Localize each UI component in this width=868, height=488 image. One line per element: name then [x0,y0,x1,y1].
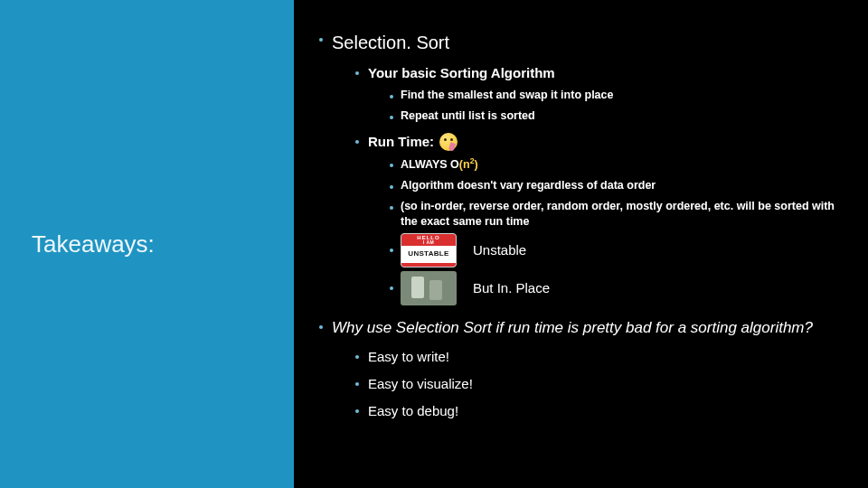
bullet-runtime: Run Time: [355,133,850,151]
on2-prefix: ALWAYS O [401,158,459,171]
bullet-easy-visualize: Easy to visualize! [355,375,850,393]
bullet-no-vary: Algorithm doesn't vary regardless of dat… [390,178,850,193]
text-repeat: Repeat until list is sorted [401,108,535,124]
text-easy-visualize: Easy to visualize! [368,375,473,393]
bullet-repeat: Repeat until list is sorted [390,108,850,124]
sick-face-icon [439,133,458,151]
bullet-icon [355,71,359,75]
text-runtime: Run Time: [368,133,434,151]
bullet-icon [355,409,359,413]
bullet-icon [390,95,393,99]
text-always-on2: ALWAYS O(n2) [401,156,478,173]
bullet-inplace: But In. Place [390,271,850,305]
bullet-always-on2: ALWAYS O(n2) [390,156,850,173]
slide: Takeaways: Selection. Sort Your basic So… [0,0,868,488]
bullet-icon [355,140,359,144]
on2-highlight: (n2) [459,158,478,171]
bullet-why-use: Why use Selection Sort if run time is pr… [319,318,850,339]
sidebar: Takeaways: [0,0,294,488]
hello-unstable-sticker: HELLOI AM UNSTABLE [401,233,457,267]
label-unstable: Unstable [473,241,526,259]
bullet-same-runtime: (so in-order, reverse order, random orde… [390,199,850,230]
bullet-icon [390,164,393,167]
bullet-icon [355,382,359,386]
bullet-icon [355,355,359,359]
bullet-icon [390,249,393,252]
bullet-icon [319,325,323,329]
bullet-icon [390,185,393,189]
text-no-vary: Algorithm doesn't vary regardless of dat… [401,178,656,193]
inplace-image [401,271,457,305]
text-easy-debug: Easy to debug! [368,402,458,420]
bullet-unstable: HELLOI AM UNSTABLE Unstable [390,233,850,267]
bullet-easy-write: Easy to write! [355,348,850,366]
heading-why-use: Why use Selection Sort if run time is pr… [332,318,813,339]
label-inplace: But In. Place [473,279,550,297]
bullet-easy-debug: Easy to debug! [355,402,850,420]
bullet-find-smallest: Find the smallest and swap it into place [390,88,850,103]
text-basic-algo: Your basic Sorting Algorithm [368,64,555,82]
bullet-icon [390,206,393,210]
bullet-icon [319,38,323,42]
bullet-basic-algo: Your basic Sorting Algorithm [355,64,850,82]
sidebar-title: Takeaways: [32,230,155,258]
text-easy-write: Easy to write! [368,348,449,366]
text-same-runtime: (so in-order, reverse order, random orde… [401,199,850,230]
text-find-smallest: Find the smallest and swap it into place [401,88,613,103]
content-area: Selection. Sort Your basic Sorting Algor… [294,0,868,488]
bullet-icon [390,286,393,290]
bullet-selectionsort: Selection. Sort [319,31,850,55]
heading-selectionsort: Selection. Sort [332,31,449,55]
bullet-icon [390,116,393,119]
